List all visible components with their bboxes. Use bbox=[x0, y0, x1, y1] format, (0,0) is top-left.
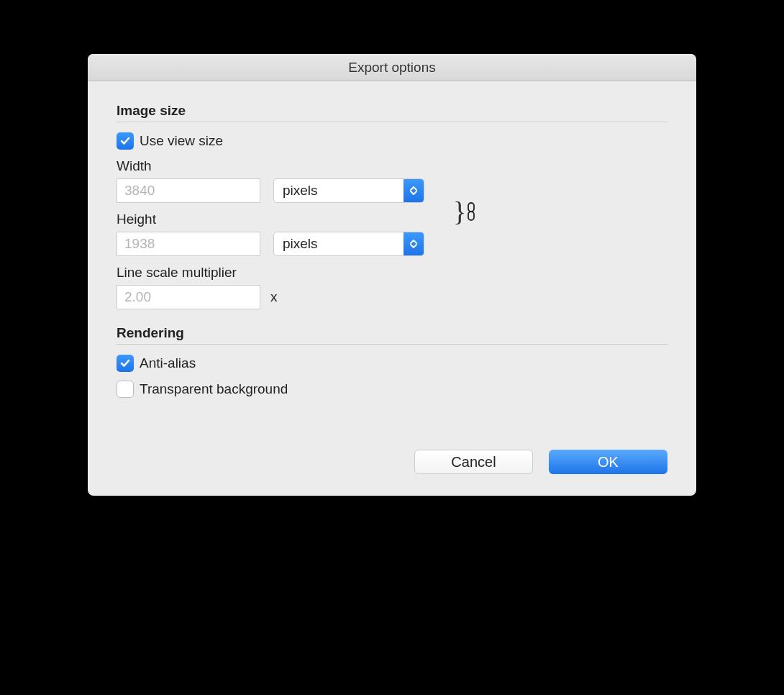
line-scale-label: Line scale multiplier bbox=[117, 265, 667, 281]
anti-alias-row[interactable]: Anti-alias bbox=[117, 355, 667, 372]
checkmark-icon bbox=[119, 358, 131, 369]
height-label: Height bbox=[117, 212, 424, 227]
dialog-titlebar: Export options bbox=[88, 54, 696, 81]
ok-button-label: OK bbox=[598, 454, 619, 471]
dimensions-fields: Width pixels Height bbox=[117, 158, 424, 265]
width-row: pixels bbox=[117, 178, 424, 203]
svg-rect-0 bbox=[468, 203, 474, 212]
height-unit-value: pixels bbox=[274, 236, 404, 252]
height-unit-select[interactable]: pixels bbox=[273, 232, 424, 256]
dialog-content: Image size Use view size Width pixels bbox=[88, 81, 696, 496]
dialog-title: Export options bbox=[348, 60, 435, 76]
line-scale-input[interactable] bbox=[117, 285, 260, 309]
use-view-size-label: Use view size bbox=[140, 133, 223, 149]
use-view-size-row[interactable]: Use view size bbox=[117, 132, 667, 150]
export-options-dialog: Export options Image size Use view size … bbox=[88, 54, 696, 496]
transparent-bg-label: Transparent background bbox=[140, 381, 288, 397]
svg-rect-1 bbox=[468, 212, 474, 220]
width-unit-value: pixels bbox=[274, 183, 404, 199]
image-size-section: Image size Use view size Width pixels bbox=[117, 103, 667, 309]
rendering-header: Rendering bbox=[117, 325, 667, 345]
width-input[interactable] bbox=[117, 178, 260, 203]
rendering-section: Rendering Anti-alias Transparent backgro… bbox=[117, 325, 667, 398]
checkmark-icon bbox=[119, 135, 131, 147]
height-unit-stepper-icon bbox=[404, 232, 424, 255]
dialog-buttons: Cancel OK bbox=[117, 414, 667, 474]
line-scale-unit: x bbox=[270, 289, 278, 305]
height-row: pixels bbox=[117, 232, 424, 256]
height-input[interactable] bbox=[117, 232, 260, 256]
image-size-header: Image size bbox=[117, 103, 667, 122]
transparent-bg-row[interactable]: Transparent background bbox=[117, 381, 667, 398]
ok-button[interactable]: OK bbox=[549, 450, 667, 474]
width-unit-select[interactable]: pixels bbox=[273, 178, 424, 203]
dimensions-group: Width pixels Height bbox=[117, 158, 667, 265]
width-unit-stepper-icon bbox=[404, 179, 424, 202]
chain-link-icon bbox=[466, 196, 476, 227]
anti-alias-checkbox[interactable] bbox=[117, 355, 134, 372]
cancel-button-label: Cancel bbox=[451, 454, 496, 471]
width-label: Width bbox=[117, 158, 424, 174]
transparent-bg-checkbox[interactable] bbox=[117, 381, 134, 398]
anti-alias-label: Anti-alias bbox=[140, 355, 196, 371]
use-view-size-checkbox[interactable] bbox=[117, 132, 134, 150]
brace-icon: } bbox=[453, 196, 466, 227]
aspect-link-indicator[interactable]: } bbox=[453, 196, 476, 227]
line-scale-row: x bbox=[117, 285, 667, 309]
cancel-button[interactable]: Cancel bbox=[414, 450, 533, 474]
